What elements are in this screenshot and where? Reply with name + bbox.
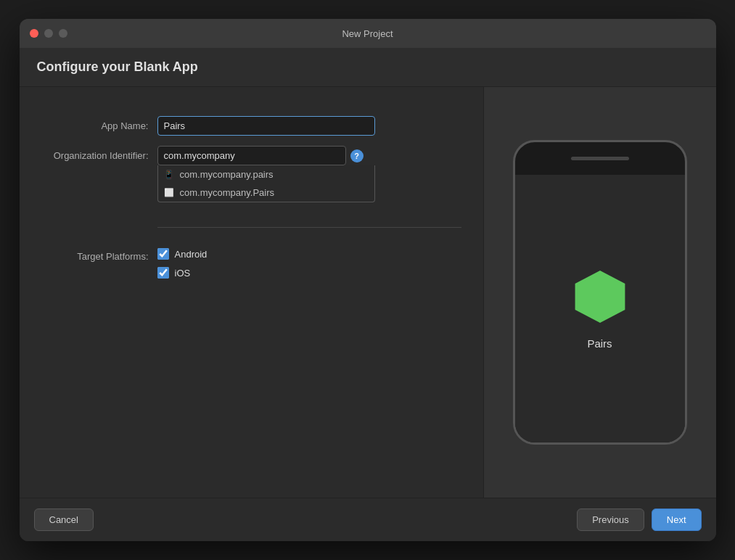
content-area: App Name: Organization Identifier: ? bbox=[20, 87, 716, 498]
android-checkbox-row: Android bbox=[157, 248, 208, 260]
org-id-row: Organization Identifier: ? 📱 bbox=[41, 146, 461, 202]
help-icon[interactable]: ? bbox=[350, 149, 364, 162]
traffic-lights bbox=[30, 29, 67, 38]
header-bar: Configure your Blank App bbox=[20, 48, 716, 87]
suggestion-phone-icon: 📱 bbox=[164, 170, 174, 179]
org-id-label: Organization Identifier: bbox=[41, 146, 157, 161]
org-id-input[interactable] bbox=[157, 146, 346, 165]
platforms-row: Target Platforms: Android iOS bbox=[41, 248, 461, 279]
suggestion-text-2: com.mycompany.Pairs bbox=[180, 187, 275, 198]
form-area: App Name: Organization Identifier: ? bbox=[41, 116, 461, 279]
titlebar: New Project bbox=[20, 19, 716, 48]
app-icon-hexagon bbox=[571, 268, 629, 326]
page-title: Configure your Blank App bbox=[37, 59, 699, 75]
suggestion-item[interactable]: ⬜ com.mycompany.Pairs bbox=[158, 184, 374, 202]
preview-app-name: Pairs bbox=[587, 337, 612, 350]
ios-checkbox[interactable] bbox=[157, 267, 169, 279]
app-name-input[interactable] bbox=[157, 116, 375, 136]
main-window: New Project Configure your Blank App App… bbox=[20, 19, 716, 541]
phone-screen: Pairs bbox=[515, 175, 685, 442]
cancel-button[interactable]: Cancel bbox=[34, 508, 94, 531]
org-id-input-wrap: ? 📱 com.mycompany.pairs ⬜ com.mycomp bbox=[157, 146, 375, 202]
phone-notch bbox=[571, 157, 629, 160]
close-button[interactable] bbox=[30, 29, 38, 38]
footer: Cancel Previous Next bbox=[20, 498, 716, 541]
ios-label: iOS bbox=[175, 268, 191, 279]
org-row: ? bbox=[157, 146, 375, 165]
svg-marker-0 bbox=[575, 271, 625, 323]
app-name-input-wrap bbox=[157, 116, 375, 136]
maximize-button[interactable] bbox=[59, 29, 67, 38]
right-panel: Pairs bbox=[484, 87, 716, 498]
platforms-label: Target Platforms: bbox=[41, 248, 157, 262]
suggestion-item[interactable]: 📱 com.mycompany.pairs bbox=[158, 165, 374, 184]
window-title: New Project bbox=[342, 28, 393, 39]
android-checkbox[interactable] bbox=[157, 248, 169, 260]
previous-button[interactable]: Previous bbox=[577, 508, 644, 531]
ios-checkbox-row: iOS bbox=[157, 267, 208, 279]
app-name-row: App Name: bbox=[41, 116, 461, 136]
android-label: Android bbox=[175, 249, 208, 260]
left-panel: App Name: Organization Identifier: ? bbox=[20, 87, 484, 498]
minimize-button[interactable] bbox=[44, 29, 53, 38]
form-divider bbox=[157, 227, 461, 228]
phone-mockup: Pairs bbox=[513, 140, 687, 445]
suggestions-dropdown: 📱 com.mycompany.pairs ⬜ com.mycompany.Pa… bbox=[157, 165, 375, 202]
next-button[interactable]: Next bbox=[652, 508, 702, 531]
checkboxes: Android iOS bbox=[157, 248, 208, 279]
suggestion-tablet-icon: ⬜ bbox=[164, 188, 174, 197]
app-name-label: App Name: bbox=[41, 116, 157, 131]
right-buttons: Previous Next bbox=[577, 508, 701, 531]
suggestion-text-1: com.mycompany.pairs bbox=[180, 169, 274, 180]
